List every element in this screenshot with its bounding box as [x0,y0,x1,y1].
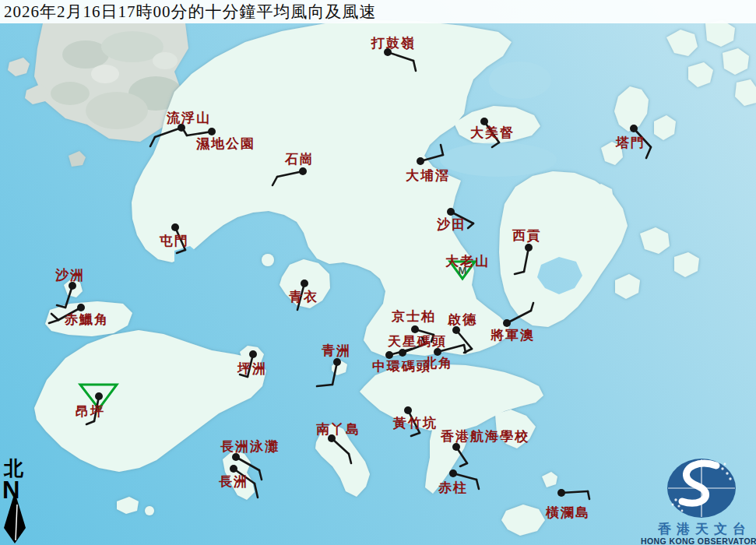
station-kai-tak-dot-icon [452,326,460,334]
hk-wind-map: M大老山打鼓嶺流浮山濕地公園石崗大美督大埔滘塔門沙田西貢屯門沙洲赤鱲角青衣坪洲青… [0,0,756,545]
station-stanley-label: 赤柱 [438,480,468,495]
station-kings-park-label: 京士柏 [391,309,436,324]
station-tai-mei-tuk-label: 大美督 [470,125,515,140]
station-tai-po-kau-label: 大埔滘 [406,168,450,183]
station-ta-kwu-ling-label: 打鼓嶺 [371,36,416,51]
station-cheung-chau-label: 長洲 [219,474,248,489]
station-sha-tin-label: 沙田 [436,217,466,232]
station-sha-chau-label: 沙洲 [55,268,85,283]
station-kings-park-dot-icon [411,325,419,333]
station-peng-chau-label: 坪洲 [237,361,267,376]
station-tap-mun-label: 塔門 [615,135,645,150]
compass-north-letter: N [2,476,19,504]
station-central-pier-label: 中環碼頭 [372,359,431,374]
sea-starling-inlet [489,62,551,99]
station-tseung-kwan-o-label: 將軍澳 [490,328,535,343]
station-sha-chau-dot-icon [69,282,76,290]
station-lau-fau-shan-label: 流浮山 [166,111,211,125]
station-cheung-chau-beach-dot-icon [232,453,240,461]
station-shek-kong-label: 石崗 [284,152,315,167]
station-shek-kong-dot-icon [299,167,307,175]
station-north-point-label: 北角 [423,356,453,371]
wind-map-screenshot: M大老山打鼓嶺流浮山濕地公園石崗大美督大埔滘塔門沙田西貢屯門沙洲赤鱲角青衣坪洲青… [0,0,756,545]
station-north-point-dot-icon [434,348,441,356]
station-tsing-yi-label: 青衣 [289,290,318,304]
station-tsing-yi-dot-icon [301,280,308,287]
station-tseung-kwan-o-dot-icon [503,319,511,327]
station-hk-sea-school-label: 香港航海學校 [440,429,529,444]
station-tai-mei-tuk-dot-icon [480,118,488,125]
station-ngong-ping-label: 昂坪 [76,404,105,419]
station-waglan-island-label: 橫瀾島 [545,505,590,520]
land-ma-wan [262,254,274,266]
station-cheung-chau-beach-label: 長洲泳灘 [220,439,280,454]
hko-logo-name-en: HONG KONG OBSERVATORY [641,536,756,545]
station-wong-chuk-hang-dot-icon [404,406,412,414]
station-central-pier-dot-icon [385,351,393,359]
station-wong-chuk-hang-label: 黃竹坑 [392,415,438,431]
station-lamma-island-label: 南丫島 [316,422,360,437]
station-waglan-island-dot-icon [557,489,565,497]
station-tap-mun-dot-icon [630,125,638,132]
station-green-island-label: 青洲 [322,343,351,358]
station-sha-tin-dot-icon [447,208,455,216]
compass-north-hanzi: 北 [3,458,24,479]
station-sai-kung-dot-icon [525,244,533,251]
hko-logo-name-cn: 香港天文台 [657,522,751,536]
station-cheung-chau-dot-icon [230,465,237,473]
station-wetland-park-dot-icon [208,128,216,135]
station-tuen-mun-label: 屯門 [159,234,189,248]
station-kai-tak-label: 啟德 [447,312,477,327]
station-wetland-park-label: 濕地公園 [195,136,255,151]
sea-tolo-harbour [440,142,557,177]
station-chek-lap-kok-label: 赤鱲角 [64,312,109,327]
station-ngong-ping-dot-icon [95,392,103,400]
station-hk-sea-school-dot-icon [452,443,460,451]
station-chek-lap-kok-dot-icon [77,304,85,311]
station-peng-chau-dot-icon [249,350,257,358]
map-title: 2026年2月16日17時00分的十分鐘平均風向及風速 [0,0,756,23]
station-tai-po-kau-dot-icon [417,157,424,165]
marker-tates-cairn-label: 大老山 [445,254,490,269]
station-stanley-dot-icon [449,469,457,477]
station-sai-kung-label: 西貢 [512,228,542,243]
station-tuen-mun-dot-icon [171,223,179,231]
station-green-island-dot-icon [333,358,341,366]
station-star-ferry-pier-label: 天星碼頭 [387,334,447,349]
